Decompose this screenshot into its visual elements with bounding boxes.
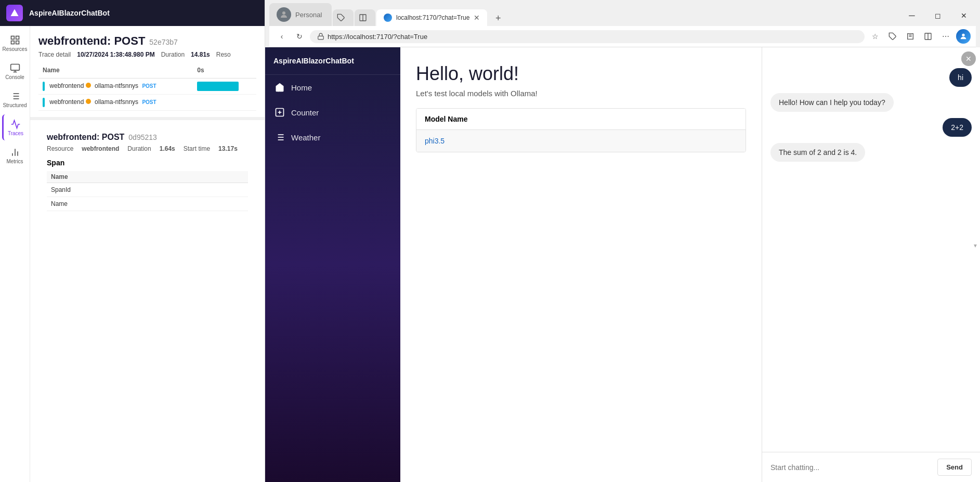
resource-value: webfrontend (82, 145, 119, 152)
tab-page-label: localhost:7170/?chat=True (396, 14, 469, 21)
t2-duration-value: 1.64s (160, 145, 175, 152)
window-controls: ─ ◻ ✕ (900, 7, 976, 26)
trace-detail-label: Trace detail (38, 51, 71, 58)
sidebar-item-metrics[interactable]: Metrics (2, 142, 28, 168)
browser-window: Personal localhost:7170/?chat=True ✕ + ─ (265, 0, 980, 482)
table-row: SpanId (47, 183, 248, 197)
name-cell: Name (47, 197, 248, 211)
trace-row-name2: webfrontend ollama-ntfsnnys POST (38, 95, 193, 111)
aspire-main-content: webfrontend: POST 52e73b7 Trace detail 1… (30, 26, 265, 482)
span-col-name: Name (47, 171, 248, 183)
browser-tab-personal[interactable]: Personal (269, 3, 332, 26)
sidebar-item-console[interactable]: Console (2, 58, 28, 84)
model-name-col-header: Model Name (416, 109, 746, 130)
edge-profile-btn[interactable] (956, 29, 971, 44)
aspire-logo (6, 5, 23, 21)
service-dot (86, 83, 91, 88)
home-icon (275, 82, 285, 93)
aspire-app-title: AspireAIBlazorChatBot (29, 9, 110, 17)
svg-rect-5 (10, 64, 19, 70)
chat-message-user-1: hi (770, 68, 972, 87)
aspire-topbar: AspireAIBlazorChatBot (0, 0, 265, 26)
post-badge2: POST (142, 99, 156, 105)
minimize-btn[interactable]: ─ (900, 7, 924, 24)
nav-item-home[interactable]: Home (265, 75, 400, 100)
svg-marker-0 (11, 9, 19, 17)
trace1-title: webfrontend: POST 52e73b7 (38, 34, 256, 48)
extensions-btn[interactable] (885, 29, 900, 44)
chat-footer: Send (762, 452, 980, 482)
chat-messages: hi Hello! How can I help you today? 2+2 … (762, 47, 980, 452)
nav-item-counter[interactable]: Counter (265, 100, 400, 125)
svg-rect-4 (16, 41, 19, 44)
trace-duration-label: Duration (161, 51, 185, 58)
tab-close-btn[interactable]: ✕ (474, 14, 480, 22)
chat-message-bot-2: The sum of 2 and 2 is 4. (770, 143, 972, 162)
trace2-title: webfrontend: POST 0d95213 (47, 133, 248, 142)
trace-row-bar (193, 79, 256, 95)
trace2-section: webfrontend: POST 0d95213 Resource webfr… (38, 133, 256, 211)
chat-close-btn[interactable]: ✕ (961, 51, 976, 66)
nav-weather-label: Weather (291, 133, 320, 142)
trace-time-col: 0s (193, 64, 256, 79)
model-name-row: phi3.5 (416, 130, 746, 152)
t2-duration-label: Duration (127, 145, 151, 152)
sidebar-traces-label: Traces (8, 131, 23, 136)
more-btn[interactable]: ⋯ (938, 29, 953, 44)
page-subheading: Let's test local models with Ollama! (416, 89, 746, 98)
app-main-area: About Hello, world! Let's test local mod… (400, 47, 980, 482)
browser-tab-extensions[interactable] (333, 9, 354, 26)
chat-message-bot-1: Hello! How can I help you today? (770, 93, 972, 112)
chat-bubble-bot-2: The sum of 2 and 2 is 4. (770, 143, 865, 162)
section-divider (30, 117, 265, 126)
browser-chrome: Personal localhost:7170/?chat=True ✕ + ─ (265, 0, 980, 47)
chat-panel: ✕ hi Hello! How can I help you today? 2+… (762, 47, 980, 482)
svg-rect-21 (318, 36, 324, 39)
t2-start-value: 13.17s (218, 145, 238, 152)
model-link[interactable]: phi3.5 (425, 137, 445, 145)
new-tab-btn[interactable]: + (490, 10, 506, 26)
nav-counter-label: Counter (291, 108, 319, 117)
sidebar-item-structured[interactable]: Structured (2, 86, 28, 112)
trace-row-bar2 (193, 95, 256, 111)
aspire-dashboard: AspireAIBlazorChatBot Resources Console … (0, 0, 265, 482)
trace1-id: 52e73b7 (149, 38, 178, 46)
address-bar[interactable]: https://localhost:7170/?chat=True (310, 30, 865, 43)
close-window-btn[interactable]: ✕ (952, 7, 976, 24)
aspire-body: Resources Console Structured Traces Metr… (0, 26, 265, 482)
star-btn[interactable]: ☆ (868, 29, 882, 44)
page-heading: Hello, world! (416, 63, 746, 85)
sidebar-item-resources[interactable]: Resources (2, 30, 28, 56)
sidebar-item-traces[interactable]: Traces (2, 114, 28, 140)
svg-rect-1 (11, 36, 14, 39)
trace-date: 10/27/2024 1:38:48.980 PM (77, 51, 154, 58)
resource-label: Resource (47, 145, 73, 152)
send-button[interactable]: Send (937, 459, 972, 476)
svg-point-17 (282, 11, 285, 15)
model-name-table: Model Name phi3.5 (416, 108, 746, 152)
split-btn[interactable] (921, 29, 935, 44)
browser-tab-split[interactable] (355, 9, 375, 26)
browser-tab-page[interactable]: localhost:7170/?chat=True ✕ (376, 9, 487, 26)
browser-page: AspireAIBlazorChatBot Home Counter Weath… (265, 47, 980, 482)
span-section-title: Span (47, 159, 248, 167)
reader-btn[interactable] (903, 29, 918, 44)
t2-start-label: Start time (184, 145, 210, 152)
back-btn[interactable]: ‹ (275, 29, 289, 44)
trace2-id: 0d95213 (128, 133, 157, 141)
chat-message-user-2: 2+2 (770, 118, 972, 137)
sidebar-console-label: Console (5, 74, 24, 80)
trace-duration-value: 14.81s (191, 51, 210, 58)
maximize-btn[interactable]: ◻ (926, 7, 950, 24)
table-row: webfrontend ollama-ntfsnnys POST (38, 95, 256, 111)
chat-input[interactable] (770, 463, 933, 472)
url-text: https://localhost:7170/?chat=True (328, 33, 427, 41)
service-dot2 (86, 99, 91, 104)
browser-tabs: Personal localhost:7170/?chat=True ✕ + ─ (269, 3, 976, 26)
table-row: Name (47, 197, 248, 211)
nav-item-weather[interactable]: Weather (265, 125, 400, 150)
trace2-meta: Resource webfrontend Duration 1.64s Star… (47, 145, 248, 152)
refresh-btn[interactable]: ↻ (292, 29, 307, 44)
weather-icon (275, 132, 285, 142)
trace-bar-indicator (43, 82, 45, 91)
